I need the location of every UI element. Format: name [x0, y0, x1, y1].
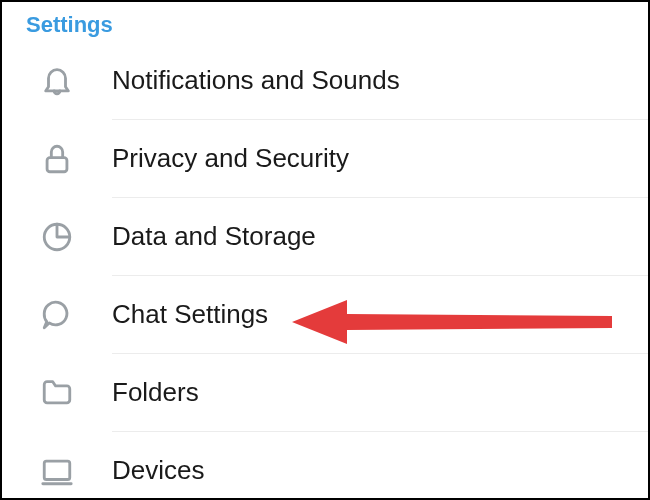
lock-icon	[2, 142, 112, 176]
settings-item-data-storage[interactable]: Data and Storage	[2, 198, 648, 276]
settings-item-devices[interactable]: Devices	[2, 432, 648, 500]
settings-item-label: Folders	[112, 377, 199, 408]
folder-icon	[2, 376, 112, 410]
section-header: Settings	[2, 2, 648, 42]
settings-item-label-wrap: Devices	[112, 432, 648, 500]
section-title: Settings	[26, 12, 113, 37]
settings-item-label: Notifications and Sounds	[112, 65, 400, 96]
settings-item-label: Privacy and Security	[112, 143, 349, 174]
settings-item-label: Chat Settings	[112, 299, 268, 330]
settings-item-label-wrap: Privacy and Security	[112, 120, 648, 198]
pie-chart-icon	[2, 220, 112, 254]
bell-icon	[2, 64, 112, 98]
svg-rect-0	[47, 158, 67, 172]
settings-item-folders[interactable]: Folders	[2, 354, 648, 432]
settings-item-label: Data and Storage	[112, 221, 316, 252]
chat-bubble-icon	[2, 298, 112, 332]
settings-item-label-wrap: Data and Storage	[112, 198, 648, 276]
settings-item-label: Devices	[112, 455, 204, 486]
settings-list: Notifications and Sounds Privacy and Sec…	[2, 42, 648, 500]
settings-item-chat[interactable]: Chat Settings	[2, 276, 648, 354]
settings-item-label-wrap: Chat Settings	[112, 276, 648, 354]
settings-item-privacy[interactable]: Privacy and Security	[2, 120, 648, 198]
settings-item-notifications[interactable]: Notifications and Sounds	[2, 42, 648, 120]
settings-item-label-wrap: Notifications and Sounds	[112, 42, 648, 120]
settings-item-label-wrap: Folders	[112, 354, 648, 432]
device-icon	[2, 454, 112, 488]
svg-rect-2	[44, 461, 70, 479]
